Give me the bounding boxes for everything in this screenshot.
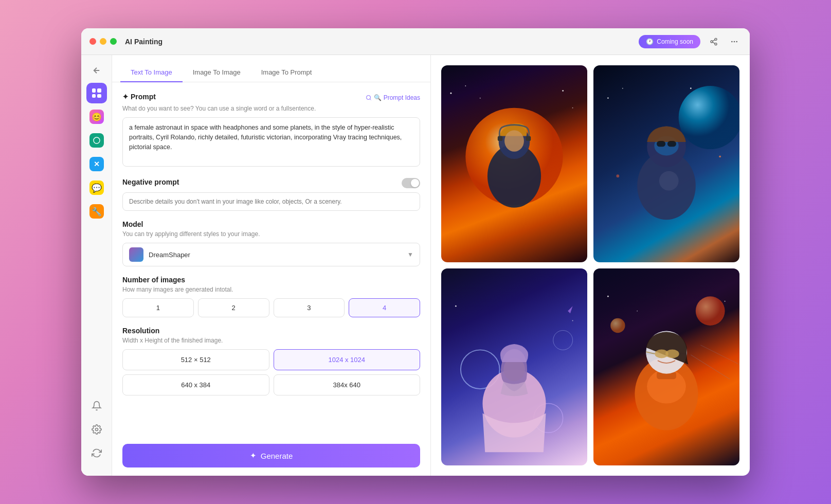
svg-point-40 [696, 296, 725, 326]
prompt-sublabel: What do you want to see? You can use a s… [122, 105, 420, 112]
image-2[interactable] [593, 65, 739, 262]
titlebar: AI Painting 🕐 Coming soon [81, 28, 750, 55]
close-button[interactable] [89, 38, 96, 45]
tab-text-to-image[interactable]: Text To Image [120, 63, 183, 82]
resolution-grid: 512 × 512 1024 x 1024 640 x 384 384x 640 [122, 349, 420, 395]
svg-point-10 [450, 93, 452, 94]
svg-point-23 [622, 88, 623, 89]
generate-button[interactable]: ✦ Generate [122, 444, 420, 467]
sidebar-item-settings[interactable] [86, 419, 107, 440]
model-selector[interactable]: DreamShaper ▼ [122, 243, 420, 266]
model-section: Model You can try applying different sty… [122, 220, 420, 266]
svg-point-11 [465, 85, 466, 86]
resolution-640x384[interactable]: 640 x 384 [122, 374, 269, 395]
svg-point-24 [690, 87, 692, 89]
minimize-button[interactable] [100, 38, 106, 45]
num-images-section: Number of images How many images are gen… [122, 276, 420, 317]
generate-icon: ✦ [250, 451, 257, 460]
svg-rect-31 [657, 141, 665, 147]
more-options-button[interactable] [727, 34, 742, 49]
image-1[interactable] [441, 65, 587, 262]
prompt-label: ✦ Prompt [122, 93, 156, 101]
generate-label: Generate [261, 452, 293, 460]
svg-point-12 [480, 98, 481, 99]
prompt-ideas-link[interactable]: 🔍 Prompt Ideas [366, 94, 420, 101]
image-grid [431, 55, 750, 476]
resolution-sublabel: Width x Height of the finished image. [122, 337, 420, 344]
num-images-4[interactable]: 4 [349, 298, 420, 317]
model-thumbnail [129, 247, 143, 262]
svg-point-41 [610, 318, 625, 333]
svg-point-44 [637, 311, 638, 312]
maximize-button[interactable] [110, 38, 117, 45]
sidebar-back-button[interactable] [87, 61, 106, 80]
tabs: Text To Image Image To Image Image To Pr… [112, 55, 430, 82]
svg-point-43 [725, 301, 726, 302]
chevron-down-icon: ▼ [407, 251, 413, 258]
svg-point-26 [616, 174, 619, 177]
svg-point-0 [715, 38, 717, 40]
coming-soon-button[interactable]: 🕐 Coming soon [639, 35, 700, 48]
prompt-section-header: ✦ Prompt 🔍 Prompt Ideas [122, 93, 420, 103]
toggle-knob [411, 179, 419, 187]
model-label: Model [122, 220, 420, 228]
clock-icon: 🕐 [646, 38, 654, 45]
form-area: ✦ Prompt 🔍 Prompt Ideas What do you want… [112, 82, 430, 436]
resolution-label: Resolution [122, 327, 420, 335]
resolution-512[interactable]: 512 × 512 [122, 349, 269, 370]
tab-image-to-image[interactable]: Image To Image [183, 63, 251, 82]
sidebar-item-refresh[interactable] [86, 443, 107, 463]
num-images-sublabel: How many images are generated intotal. [122, 286, 420, 293]
svg-rect-32 [667, 141, 676, 147]
sidebar-item-chatgpt[interactable] [86, 130, 107, 151]
negative-prompt-toggle[interactable] [402, 178, 420, 188]
sidebar-item-face[interactable]: 😊 [86, 106, 107, 127]
svg-point-21 [679, 86, 739, 149]
app-title: AI Painting [125, 38, 639, 46]
num-images-1[interactable]: 1 [122, 298, 194, 317]
sidebar-item-tools[interactable]: 🔧 [86, 201, 107, 222]
svg-point-7 [736, 41, 737, 42]
prompt-input[interactable]: a female astronaut in space with headpho… [122, 117, 420, 167]
model-sublabel: You can try applying different styles to… [122, 230, 420, 238]
image-4[interactable] [593, 268, 739, 465]
sidebar-item-xshare[interactable]: ✕ [86, 154, 107, 174]
num-images-3[interactable]: 3 [274, 298, 345, 317]
resolution-1024[interactable]: 1024 x 1024 [274, 349, 421, 370]
svg-point-5 [731, 41, 733, 42]
svg-point-6 [734, 41, 735, 42]
sidebar-item-grid[interactable] [86, 83, 107, 103]
svg-point-52 [665, 349, 679, 358]
svg-point-2 [715, 43, 717, 45]
tab-image-to-prompt[interactable]: Image To Prompt [251, 63, 322, 82]
svg-point-18 [504, 130, 524, 152]
svg-point-36 [455, 305, 457, 307]
svg-point-22 [607, 97, 609, 99]
sidebar-item-message[interactable]: 💬 [86, 177, 107, 198]
share-button[interactable] [707, 34, 721, 49]
negative-prompt-input[interactable] [122, 192, 420, 211]
traffic-lights [89, 38, 117, 45]
resolution-384x640[interactable]: 384x 640 [274, 374, 421, 395]
left-panel: Text To Image Image To Image Image To Pr… [112, 55, 431, 476]
svg-line-3 [713, 42, 715, 44]
svg-point-35 [553, 331, 573, 350]
num-images-label: Number of images [122, 276, 420, 284]
titlebar-actions: 🕐 Coming soon [639, 34, 742, 49]
sidebar-item-notifications[interactable] [86, 395, 107, 416]
svg-point-8 [95, 428, 98, 431]
svg-rect-20 [526, 136, 531, 141]
main-layout: 😊 ✕ 💬 🔧 [81, 55, 750, 476]
image-3[interactable] [441, 268, 587, 465]
sidebar: 😊 ✕ 💬 🔧 [81, 55, 112, 476]
svg-line-45 [691, 355, 730, 379]
model-name: DreamShaper [149, 251, 402, 259]
svg-point-1 [711, 41, 713, 43]
svg-point-13 [562, 90, 564, 92]
negative-prompt-section: Negative prompt [122, 178, 420, 211]
svg-point-14 [572, 107, 573, 109]
num-images-2[interactable]: 2 [198, 298, 269, 317]
svg-point-25 [719, 155, 721, 157]
svg-point-28 [659, 171, 679, 191]
num-images-grid: 1 2 3 4 [122, 298, 420, 317]
